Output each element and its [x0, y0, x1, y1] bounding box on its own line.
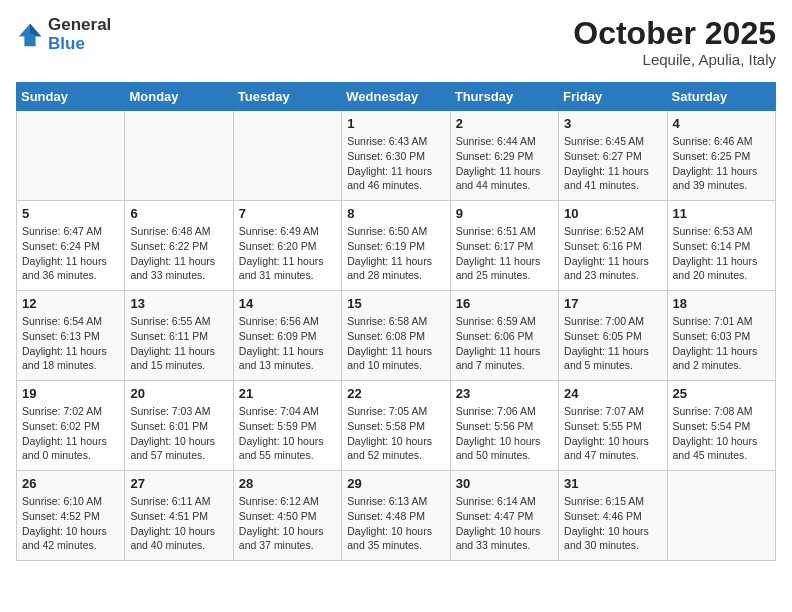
day-number: 31	[564, 476, 661, 491]
logo-blue: Blue	[48, 35, 111, 54]
calendar-day-cell: 23Sunrise: 7:06 AMSunset: 5:56 PMDayligh…	[450, 381, 558, 471]
calendar-day-cell: 31Sunrise: 6:15 AMSunset: 4:46 PMDayligh…	[559, 471, 667, 561]
calendar-day-cell: 22Sunrise: 7:05 AMSunset: 5:58 PMDayligh…	[342, 381, 450, 471]
day-info: Sunrise: 6:10 AMSunset: 4:52 PMDaylight:…	[22, 494, 119, 553]
weekday-header: Wednesday	[342, 83, 450, 111]
day-info: Sunrise: 7:03 AMSunset: 6:01 PMDaylight:…	[130, 404, 227, 463]
day-number: 3	[564, 116, 661, 131]
day-number: 23	[456, 386, 553, 401]
weekday-header: Saturday	[667, 83, 775, 111]
calendar-day-cell: 19Sunrise: 7:02 AMSunset: 6:02 PMDayligh…	[17, 381, 125, 471]
day-info: Sunrise: 7:08 AMSunset: 5:54 PMDaylight:…	[673, 404, 770, 463]
weekday-header: Sunday	[17, 83, 125, 111]
logo-general: General	[48, 16, 111, 35]
day-info: Sunrise: 7:06 AMSunset: 5:56 PMDaylight:…	[456, 404, 553, 463]
day-number: 24	[564, 386, 661, 401]
day-number: 9	[456, 206, 553, 221]
calendar-week-row: 26Sunrise: 6:10 AMSunset: 4:52 PMDayligh…	[17, 471, 776, 561]
day-info: Sunrise: 6:13 AMSunset: 4:48 PMDaylight:…	[347, 494, 444, 553]
calendar-day-cell: 1Sunrise: 6:43 AMSunset: 6:30 PMDaylight…	[342, 111, 450, 201]
day-info: Sunrise: 6:50 AMSunset: 6:19 PMDaylight:…	[347, 224, 444, 283]
calendar-day-cell: 24Sunrise: 7:07 AMSunset: 5:55 PMDayligh…	[559, 381, 667, 471]
calendar-day-cell: 30Sunrise: 6:14 AMSunset: 4:47 PMDayligh…	[450, 471, 558, 561]
calendar-day-cell: 26Sunrise: 6:10 AMSunset: 4:52 PMDayligh…	[17, 471, 125, 561]
calendar-day-cell: 2Sunrise: 6:44 AMSunset: 6:29 PMDaylight…	[450, 111, 558, 201]
logo-icon	[16, 21, 44, 49]
day-info: Sunrise: 6:53 AMSunset: 6:14 PMDaylight:…	[673, 224, 770, 283]
calendar-day-cell	[17, 111, 125, 201]
day-info: Sunrise: 7:00 AMSunset: 6:05 PMDaylight:…	[564, 314, 661, 373]
day-number: 22	[347, 386, 444, 401]
day-number: 13	[130, 296, 227, 311]
day-info: Sunrise: 6:46 AMSunset: 6:25 PMDaylight:…	[673, 134, 770, 193]
calendar-week-row: 19Sunrise: 7:02 AMSunset: 6:02 PMDayligh…	[17, 381, 776, 471]
logo: General Blue	[16, 16, 111, 53]
day-number: 30	[456, 476, 553, 491]
day-info: Sunrise: 6:15 AMSunset: 4:46 PMDaylight:…	[564, 494, 661, 553]
calendar-day-cell: 25Sunrise: 7:08 AMSunset: 5:54 PMDayligh…	[667, 381, 775, 471]
calendar-day-cell: 28Sunrise: 6:12 AMSunset: 4:50 PMDayligh…	[233, 471, 341, 561]
day-info: Sunrise: 7:05 AMSunset: 5:58 PMDaylight:…	[347, 404, 444, 463]
day-number: 18	[673, 296, 770, 311]
day-number: 5	[22, 206, 119, 221]
day-info: Sunrise: 6:59 AMSunset: 6:06 PMDaylight:…	[456, 314, 553, 373]
day-info: Sunrise: 6:52 AMSunset: 6:16 PMDaylight:…	[564, 224, 661, 283]
calendar-week-row: 1Sunrise: 6:43 AMSunset: 6:30 PMDaylight…	[17, 111, 776, 201]
day-number: 4	[673, 116, 770, 131]
day-info: Sunrise: 6:43 AMSunset: 6:30 PMDaylight:…	[347, 134, 444, 193]
day-number: 14	[239, 296, 336, 311]
day-number: 20	[130, 386, 227, 401]
calendar-day-cell	[125, 111, 233, 201]
day-info: Sunrise: 6:12 AMSunset: 4:50 PMDaylight:…	[239, 494, 336, 553]
calendar-day-cell: 13Sunrise: 6:55 AMSunset: 6:11 PMDayligh…	[125, 291, 233, 381]
calendar-day-cell: 3Sunrise: 6:45 AMSunset: 6:27 PMDaylight…	[559, 111, 667, 201]
calendar-day-cell: 20Sunrise: 7:03 AMSunset: 6:01 PMDayligh…	[125, 381, 233, 471]
day-info: Sunrise: 7:07 AMSunset: 5:55 PMDaylight:…	[564, 404, 661, 463]
calendar-day-cell: 4Sunrise: 6:46 AMSunset: 6:25 PMDaylight…	[667, 111, 775, 201]
calendar-day-cell: 9Sunrise: 6:51 AMSunset: 6:17 PMDaylight…	[450, 201, 558, 291]
calendar-body: 1Sunrise: 6:43 AMSunset: 6:30 PMDaylight…	[17, 111, 776, 561]
day-number: 19	[22, 386, 119, 401]
day-number: 25	[673, 386, 770, 401]
day-number: 11	[673, 206, 770, 221]
day-info: Sunrise: 6:48 AMSunset: 6:22 PMDaylight:…	[130, 224, 227, 283]
calendar-day-cell: 12Sunrise: 6:54 AMSunset: 6:13 PMDayligh…	[17, 291, 125, 381]
day-info: Sunrise: 6:56 AMSunset: 6:09 PMDaylight:…	[239, 314, 336, 373]
day-number: 1	[347, 116, 444, 131]
calendar-day-cell: 8Sunrise: 6:50 AMSunset: 6:19 PMDaylight…	[342, 201, 450, 291]
weekday-header: Friday	[559, 83, 667, 111]
day-info: Sunrise: 6:11 AMSunset: 4:51 PMDaylight:…	[130, 494, 227, 553]
day-info: Sunrise: 6:58 AMSunset: 6:08 PMDaylight:…	[347, 314, 444, 373]
header: General Blue October 2025 Lequile, Apuli…	[16, 16, 776, 68]
day-info: Sunrise: 6:54 AMSunset: 6:13 PMDaylight:…	[22, 314, 119, 373]
day-info: Sunrise: 6:49 AMSunset: 6:20 PMDaylight:…	[239, 224, 336, 283]
calendar-day-cell: 11Sunrise: 6:53 AMSunset: 6:14 PMDayligh…	[667, 201, 775, 291]
day-number: 7	[239, 206, 336, 221]
day-info: Sunrise: 6:47 AMSunset: 6:24 PMDaylight:…	[22, 224, 119, 283]
day-info: Sunrise: 6:55 AMSunset: 6:11 PMDaylight:…	[130, 314, 227, 373]
calendar-day-cell: 7Sunrise: 6:49 AMSunset: 6:20 PMDaylight…	[233, 201, 341, 291]
calendar-day-cell: 10Sunrise: 6:52 AMSunset: 6:16 PMDayligh…	[559, 201, 667, 291]
calendar-day-cell: 15Sunrise: 6:58 AMSunset: 6:08 PMDayligh…	[342, 291, 450, 381]
calendar-day-cell: 16Sunrise: 6:59 AMSunset: 6:06 PMDayligh…	[450, 291, 558, 381]
day-number: 16	[456, 296, 553, 311]
day-info: Sunrise: 6:44 AMSunset: 6:29 PMDaylight:…	[456, 134, 553, 193]
day-info: Sunrise: 7:04 AMSunset: 5:59 PMDaylight:…	[239, 404, 336, 463]
month-title: October 2025	[573, 16, 776, 51]
day-info: Sunrise: 6:45 AMSunset: 6:27 PMDaylight:…	[564, 134, 661, 193]
calendar-week-row: 12Sunrise: 6:54 AMSunset: 6:13 PMDayligh…	[17, 291, 776, 381]
calendar-day-cell: 6Sunrise: 6:48 AMSunset: 6:22 PMDaylight…	[125, 201, 233, 291]
day-info: Sunrise: 6:51 AMSunset: 6:17 PMDaylight:…	[456, 224, 553, 283]
calendar-day-cell: 29Sunrise: 6:13 AMSunset: 4:48 PMDayligh…	[342, 471, 450, 561]
weekday-header: Monday	[125, 83, 233, 111]
calendar-table: SundayMondayTuesdayWednesdayThursdayFrid…	[16, 82, 776, 561]
day-number: 29	[347, 476, 444, 491]
day-number: 8	[347, 206, 444, 221]
weekday-header: Tuesday	[233, 83, 341, 111]
calendar-week-row: 5Sunrise: 6:47 AMSunset: 6:24 PMDaylight…	[17, 201, 776, 291]
calendar-day-cell: 27Sunrise: 6:11 AMSunset: 4:51 PMDayligh…	[125, 471, 233, 561]
day-number: 10	[564, 206, 661, 221]
page-container: General Blue October 2025 Lequile, Apuli…	[0, 0, 792, 571]
weekday-header-row: SundayMondayTuesdayWednesdayThursdayFrid…	[17, 83, 776, 111]
day-number: 12	[22, 296, 119, 311]
